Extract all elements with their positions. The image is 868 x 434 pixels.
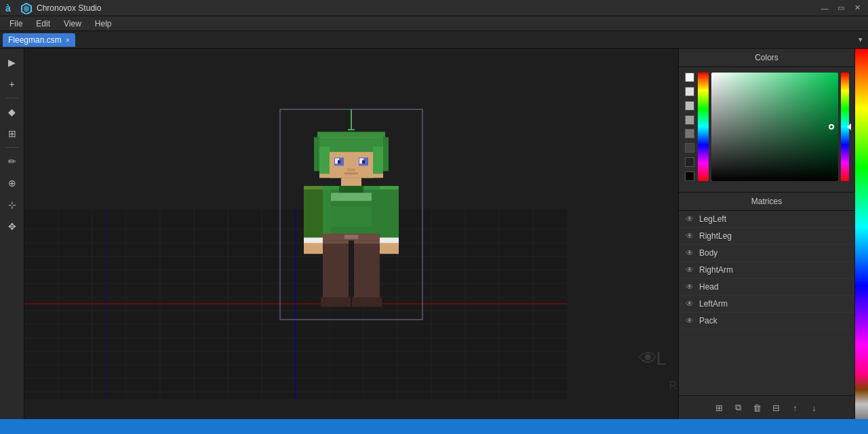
svg-rect-49 [338, 160, 340, 163]
svg-rect-38 [314, 137, 319, 171]
matrix-item-pack[interactable]: 👁Pack [679, 313, 854, 330]
svg-rect-62 [380, 186, 399, 189]
character-3d [277, 106, 426, 338]
hue-indicator [847, 123, 851, 130]
app-title: Chronovox Studio [37, 3, 101, 13]
svg-rect-66 [304, 186, 323, 189]
svg-rect-68 [304, 237, 323, 243]
titlebar: à Chronovox Studio — ▭ ✕ [0, 0, 868, 16]
matrix-visibility-icon-head[interactable]: 👁 [686, 282, 694, 292]
color-strip-far-right[interactable] [854, 49, 868, 419]
toolbar: ▶+◆⊞✏⊕⊹✥ [0, 49, 24, 419]
matrix-label-head: Head [699, 282, 719, 292]
close-button[interactable]: ✕ [852, 3, 863, 14]
svg-rect-64 [380, 237, 399, 243]
matrix-item-body[interactable]: 👁Body [679, 245, 854, 262]
titlebar-left: à Chronovox Studio [5, 2, 101, 14]
svg-rect-50 [362, 160, 365, 163]
svg-rect-73 [321, 297, 351, 307]
svg-marker-1 [24, 5, 29, 12]
svg-rect-39 [383, 137, 389, 171]
delete-matrix-button[interactable]: 🗑 [749, 399, 766, 416]
matrix-label-rightleg: RightLeg [699, 231, 732, 241]
viewport-icons: 👁 L [624, 338, 678, 378]
gray-swatch-4[interactable] [685, 129, 694, 138]
hue-strip-left[interactable] [698, 73, 709, 181]
black-swatch[interactable] [685, 172, 694, 181]
svg-rect-72 [354, 240, 380, 243]
color-gradient-picker[interactable] [711, 73, 838, 181]
matrices-list: 👁LegLeft👁RightLeg👁Body👁RightArm👁Head👁Lef… [679, 211, 854, 395]
matrix-visibility-icon-body[interactable]: 👁 [686, 248, 694, 258]
tool-move-grid[interactable]: ⊹ [3, 195, 22, 214]
white-swatch[interactable] [685, 73, 694, 82]
add-matrix-button[interactable]: ⊞ [711, 399, 728, 416]
menu-item-help[interactable]: Help [88, 18, 119, 30]
matrix-visibility-icon-rightleg[interactable]: 👁 [686, 231, 694, 241]
tab-dropdown-button[interactable]: ▾ [859, 35, 863, 44]
tool-move[interactable]: ✥ [3, 217, 22, 236]
minimize-button[interactable]: — [819, 3, 830, 14]
menu-item-edit[interactable]: Edit [29, 18, 57, 30]
gray-swatch-6[interactable] [685, 157, 694, 167]
tab-label: Fleegman.csm [8, 35, 62, 45]
tool-add-voxel[interactable]: ⊕ [3, 174, 22, 193]
matrix-label-pack: Pack [699, 316, 717, 326]
tool-select-region[interactable]: ⊞ [3, 124, 22, 143]
svg-rect-70 [323, 240, 349, 243]
svg-rect-53 [341, 178, 361, 186]
matrix-visibility-icon-leftarm[interactable]: 👁 [686, 299, 694, 309]
picker-cursor [829, 124, 834, 130]
gray-swatch-3[interactable] [685, 115, 694, 125]
viewport[interactable]: 👁 L R [24, 49, 678, 419]
move-up-button[interactable]: ↑ [787, 399, 804, 416]
menu-item-view[interactable]: View [57, 18, 88, 30]
tool-select[interactable]: ▶ [3, 53, 22, 72]
svg-rect-61 [380, 186, 399, 240]
matrix-item-legleft[interactable]: 👁LegLeft [679, 211, 854, 228]
right-panels: Colors [678, 49, 854, 419]
matrices-panel-header: Matrices [679, 193, 854, 211]
matrix-item-rightleg[interactable]: 👁RightLeg [679, 228, 854, 245]
bw-swatches[interactable] [684, 73, 695, 181]
move-down-button[interactable]: ↓ [806, 399, 823, 416]
svg-rect-56 [323, 189, 331, 240]
active-tab[interactable]: Fleegman.csm × [3, 33, 75, 47]
svg-rect-74 [352, 297, 382, 307]
matrix-item-head[interactable]: 👁Head [679, 279, 854, 296]
tool-add[interactable]: + [3, 75, 22, 94]
matrix-visibility-icon-rightarm[interactable]: 👁 [686, 265, 694, 275]
matrix-label-rightarm: RightArm [699, 265, 733, 275]
gray-swatch-2[interactable] [685, 101, 694, 111]
app-icon: à [5, 3, 16, 14]
svg-rect-60 [339, 186, 363, 193]
svg-rect-75 [331, 193, 372, 201]
colors-panel-header: Colors [679, 49, 854, 67]
color-picker-area[interactable] [679, 67, 854, 186]
window-controls: — ▭ ✕ [819, 3, 863, 14]
menu-item-file[interactable]: File [3, 18, 29, 30]
svg-rect-52 [344, 172, 358, 174]
matrix-label-leftarm: LeftArm [699, 299, 728, 309]
gray-swatch-5[interactable] [685, 143, 694, 153]
copy-matrix-button[interactable]: ⊟ [768, 399, 785, 416]
svg-rect-42 [319, 146, 330, 174]
matrix-visibility-icon-pack[interactable]: 👁 [686, 316, 694, 326]
tool-paint[interactable]: ◆ [3, 102, 22, 121]
tab-close-button[interactable]: × [66, 36, 70, 44]
duplicate-matrix-button[interactable]: ⧉ [730, 399, 747, 416]
hue-slider[interactable] [841, 73, 849, 181]
tool-pencil[interactable]: ✏ [3, 152, 22, 171]
matrix-item-leftarm[interactable]: 👁LeftArm [679, 296, 854, 313]
svg-rect-69 [323, 240, 349, 301]
maximize-button[interactable]: ▭ [835, 3, 846, 14]
matrix-item-rightarm[interactable]: 👁RightArm [679, 262, 854, 279]
matrices-panel: Matrices 👁LegLeft👁RightLeg👁Body👁RightArm… [679, 193, 854, 419]
svg-rect-71 [354, 240, 380, 301]
toolbar-separator-4 [5, 147, 19, 148]
menubar: FileEditViewHelp [0, 16, 868, 31]
viewport-r-label: R [669, 380, 677, 392]
svg-rect-58 [344, 235, 358, 239]
gray-swatch-1[interactable] [685, 87, 694, 96]
matrix-visibility-icon-legleft[interactable]: 👁 [686, 214, 694, 224]
